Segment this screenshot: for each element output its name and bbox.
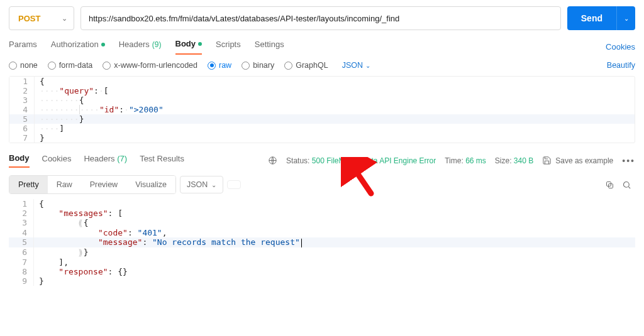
save-icon[interactable]: Save as example — [542, 156, 613, 165]
method-label: POST — [18, 14, 40, 23]
status-value: 500 FileMaker Data API Engine Error — [312, 156, 436, 165]
send-button[interactable]: Send — [567, 6, 616, 30]
beautify-link[interactable]: Beautify — [607, 61, 635, 70]
text-cursor — [301, 239, 302, 247]
response-view-segment: Pretty Raw Preview Visualize — [9, 175, 176, 194]
chevron-down-icon: ⌄ — [62, 14, 67, 23]
tab-body-label: Body — [175, 39, 196, 48]
more-menu[interactable]: ••• — [622, 156, 635, 166]
dot-indicator-icon — [198, 42, 202, 46]
copy-icon[interactable] — [605, 180, 614, 190]
tab-settings[interactable]: Settings — [255, 40, 284, 54]
tab-authorization[interactable]: Authorization — [51, 40, 105, 54]
status-meta: Status: 500 FileMaker Data API Engine Er… — [286, 156, 436, 165]
tab-scripts[interactable]: Scripts — [216, 40, 241, 54]
raw-language-select[interactable]: JSON ⌄ — [342, 61, 370, 70]
tab-headers-count: (9) — [152, 40, 162, 49]
bodytype-xwww[interactable]: x-www-form-urlencoded — [103, 61, 197, 70]
bodytype-raw[interactable]: raw — [208, 61, 231, 70]
bodytype-none[interactable]: none — [9, 61, 38, 70]
bodytype-formdata[interactable]: form-data — [48, 61, 93, 70]
resp-tab-testresults[interactable]: Test Results — [140, 154, 184, 167]
request-body-editor[interactable]: 1{ 2····"query":·[ 3········{ 4·········… — [9, 76, 635, 143]
resp-tab-body[interactable]: Body — [9, 153, 30, 168]
tab-body[interactable]: Body — [175, 39, 203, 55]
svg-point-5 — [624, 182, 630, 187]
response-language-select[interactable]: JSON ⌄ — [180, 176, 223, 193]
wrap-lines-button[interactable] — [227, 180, 241, 189]
dot-indicator-icon — [101, 43, 105, 46]
send-dropdown[interactable]: ⌄ — [616, 6, 635, 30]
chevron-down-icon: ⌄ — [365, 62, 370, 69]
chevron-down-icon: ⌄ — [211, 182, 216, 188]
view-pretty[interactable]: Pretty — [9, 176, 48, 193]
network-icon[interactable] — [268, 156, 277, 165]
view-raw[interactable]: Raw — [48, 176, 81, 193]
size-value: 340 B — [514, 156, 533, 165]
cookies-link[interactable]: Cookies — [606, 42, 635, 51]
time-value: 66 ms — [465, 156, 486, 165]
view-visualize[interactable]: Visualize — [126, 176, 175, 193]
view-preview[interactable]: Preview — [81, 176, 126, 193]
tab-headers[interactable]: Headers (9) — [119, 40, 162, 54]
response-body-viewer[interactable]: 1{ 2 "messages": [ 3 ⸨{ 4 "code": "401",… — [9, 199, 635, 286]
resp-tab-cookies[interactable]: Cookies — [42, 154, 72, 167]
save-example-label: Save as example — [555, 156, 613, 165]
tab-authorization-label: Authorization — [51, 40, 99, 49]
size-meta: Size: 340 B — [495, 156, 533, 165]
tab-params[interactable]: Params — [9, 40, 37, 54]
method-selector[interactable]: POST ⌄ — [9, 6, 74, 30]
url-text: https://sandbox20.ets.fm/fmi/data/vLates… — [89, 14, 399, 23]
bodytype-binary[interactable]: binary — [242, 61, 274, 70]
tab-headers-label: Headers — [119, 40, 150, 49]
search-icon[interactable] — [622, 180, 631, 190]
resp-tab-headers[interactable]: Headers (7) — [84, 154, 127, 167]
time-meta: Time: 66 ms — [445, 156, 486, 165]
url-input[interactable]: https://sandbox20.ets.fm/fmi/data/vLates… — [80, 6, 561, 30]
bodytype-graphql[interactable]: GraphQL — [284, 61, 328, 70]
